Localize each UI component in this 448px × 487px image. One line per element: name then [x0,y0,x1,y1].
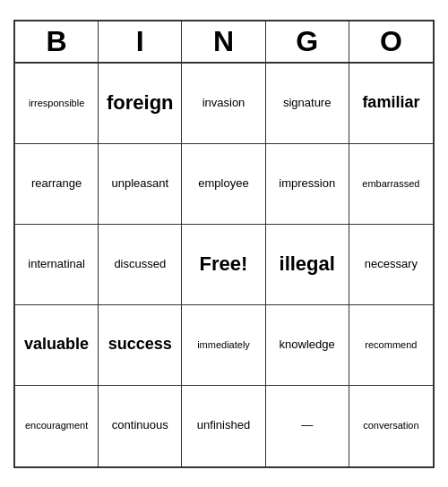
header-letter-n: N [182,21,265,62]
bingo-cell-10: internatinal [15,225,99,305]
bingo-cell-15: valuable [15,305,99,386]
bingo-cell-21: continuous [99,386,182,466]
bingo-cell-11: discussed [99,225,182,305]
bingo-cell-1: foreign [99,64,182,144]
bingo-cell-4: familiar [349,64,433,144]
bingo-grid: irresponsibleforeigninvasionsignaturefam… [15,64,433,466]
bingo-cell-22: unfinished [182,386,265,466]
bingo-cell-13: illegal [266,225,349,305]
bingo-cell-7: employee [182,144,265,225]
bingo-cell-19: recommend [349,305,433,386]
header-letter-b: B [15,21,99,62]
bingo-cell-20: encouragment [15,386,99,466]
bingo-cell-17: immediately [182,305,265,386]
bingo-cell-14: necessary [349,225,433,305]
bingo-cell-18: knowledge [266,305,349,386]
bingo-cell-16: success [99,305,182,386]
bingo-cell-6: unpleasant [99,144,182,225]
bingo-cell-24: conversation [349,386,433,466]
bingo-cell-3: signature [266,64,349,144]
header-letter-i: I [99,21,182,62]
header-letter-g: G [266,21,349,62]
bingo-cell-12: Free! [182,225,265,305]
bingo-cell-23: — [266,386,349,466]
bingo-cell-2: invasion [182,64,265,144]
bingo-cell-5: rearrange [15,144,99,225]
bingo-header: BINGO [15,21,433,64]
header-letter-o: O [349,21,433,62]
bingo-cell-8: impression [266,144,349,225]
bingo-cell-9: embarrassed [349,144,433,225]
bingo-cell-0: irresponsible [15,64,99,144]
bingo-card: BINGO irresponsibleforeigninvasionsignat… [13,20,435,468]
